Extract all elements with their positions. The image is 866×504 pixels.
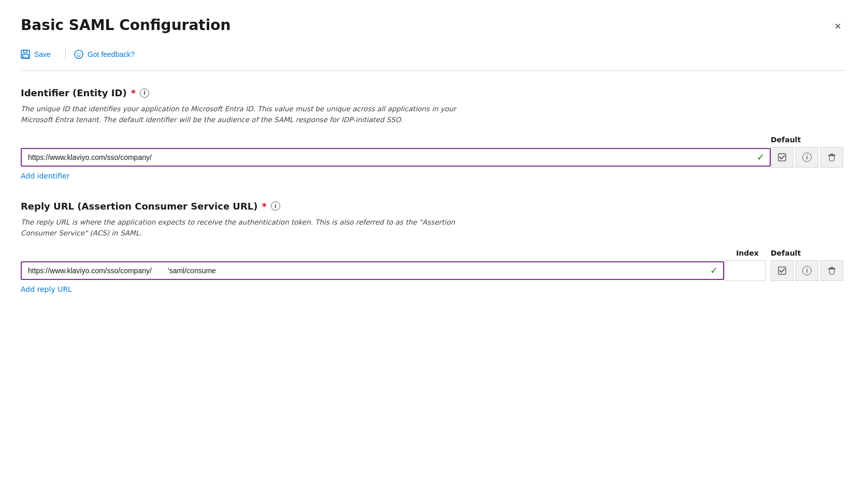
identifier-section: Identifier (Entity ID) * i The unique ID…	[21, 87, 845, 180]
page-title: Basic SAML Configuration	[21, 17, 230, 34]
panel-header: Basic SAML Configuration ×	[21, 17, 845, 34]
identifier-required: *	[131, 87, 136, 98]
reply-checkbox-icon	[778, 266, 786, 275]
svg-rect-2	[22, 54, 28, 58]
identifier-field-row: ✓ i	[21, 147, 845, 168]
reply-index-col-header: Index	[724, 249, 771, 257]
identifier-default-col-header: Default	[771, 136, 796, 144]
add-reply-url-link[interactable]: Add reply URL	[21, 281, 72, 293]
identifier-delete-button[interactable]	[820, 147, 843, 168]
reply-info-button[interactable]: i	[796, 260, 818, 281]
identifier-description: The unique ID that identifies your appli…	[21, 103, 487, 125]
reply-section-title: Reply URL (Assertion Consumer Service UR…	[21, 201, 845, 212]
identifier-title-text: Identifier (Entity ID)	[21, 87, 127, 98]
reply-input[interactable]	[22, 262, 723, 279]
toolbar: Save Got feedback?	[21, 47, 845, 71]
identifier-info-icon[interactable]: i	[140, 88, 149, 98]
identifier-info-button[interactable]: i	[796, 147, 818, 168]
reply-info-icon[interactable]: i	[271, 201, 280, 211]
reply-required: *	[262, 201, 267, 212]
reply-delete-icon	[828, 266, 836, 275]
save-icon	[21, 50, 30, 59]
saml-configuration-panel: Basic SAML Configuration × Save	[0, 0, 866, 504]
reply-check-icon: ✓	[710, 265, 718, 276]
identifier-info-btn-icon: i	[802, 153, 812, 162]
checkbox-icon	[778, 153, 786, 161]
reply-description: The reply URL is where the application e…	[21, 217, 487, 239]
reply-default-col-header: Default	[771, 249, 796, 257]
identifier-default-checkbox[interactable]	[771, 147, 793, 168]
reply-header-row: Index Default	[21, 249, 845, 257]
reply-index-input[interactable]	[724, 260, 766, 281]
reply-default-checkbox[interactable]	[771, 260, 793, 281]
feedback-button[interactable]: Got feedback?	[74, 47, 141, 62]
identifier-header-row: Default	[21, 136, 845, 144]
identifier-check-icon: ✓	[757, 152, 764, 162]
reply-input-wrapper: ✓	[21, 261, 724, 280]
save-button[interactable]: Save	[21, 47, 57, 62]
reply-section: Reply URL (Assertion Consumer Service UR…	[21, 201, 845, 293]
reply-delete-button[interactable]	[820, 260, 843, 281]
close-button[interactable]: ×	[830, 19, 845, 34]
feedback-label: Got feedback?	[88, 50, 135, 58]
add-identifier-link[interactable]: Add identifier	[21, 168, 69, 180]
identifier-input[interactable]	[22, 149, 770, 166]
reply-title-text: Reply URL (Assertion Consumer Service UR…	[21, 201, 258, 212]
delete-icon	[828, 153, 836, 161]
feedback-icon	[74, 50, 83, 59]
identifier-input-wrapper: ✓	[21, 148, 771, 167]
svg-point-5	[77, 53, 78, 54]
reply-info-btn-icon: i	[802, 266, 812, 275]
svg-point-6	[79, 53, 80, 54]
identifier-section-title: Identifier (Entity ID) * i	[21, 87, 845, 98]
reply-field-row: ✓ i	[21, 260, 845, 281]
save-label: Save	[34, 50, 51, 58]
toolbar-divider	[65, 48, 66, 61]
svg-point-4	[75, 50, 83, 58]
